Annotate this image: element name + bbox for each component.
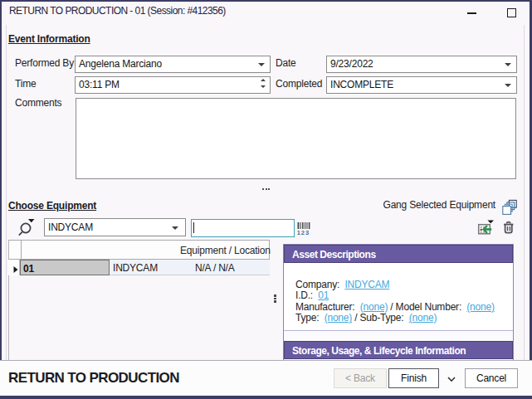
svg-text:123: 123 — [297, 229, 310, 236]
